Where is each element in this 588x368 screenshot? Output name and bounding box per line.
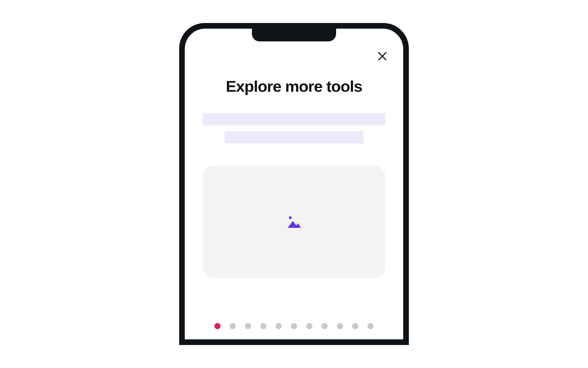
close-button[interactable] (375, 49, 389, 63)
pagination-dot[interactable] (306, 323, 312, 329)
pagination-dot[interactable] (260, 323, 266, 329)
phone-screen: Explore more tools (185, 29, 403, 339)
text-skeleton-line (203, 113, 385, 125)
image-icon (285, 213, 303, 231)
carousel-pagination (214, 323, 374, 329)
pagination-dot[interactable] (245, 323, 251, 329)
pagination-dot[interactable] (276, 323, 282, 329)
pagination-dot[interactable] (214, 323, 220, 329)
text-skeleton-line (225, 131, 363, 143)
pagination-dot[interactable] (230, 323, 236, 329)
pagination-dot[interactable] (337, 323, 343, 329)
svg-point-2 (289, 216, 292, 219)
phone-frame: Explore more tools (179, 23, 409, 345)
close-icon (377, 51, 387, 61)
pagination-dot[interactable] (368, 323, 374, 329)
page-title: Explore more tools (226, 77, 362, 95)
description-placeholder (203, 113, 385, 143)
pagination-dot[interactable] (291, 323, 297, 329)
pagination-dot[interactable] (322, 323, 328, 329)
image-placeholder-card (203, 166, 385, 278)
onboarding-content: Explore more tools (185, 29, 403, 278)
pagination-dot[interactable] (352, 323, 358, 329)
phone-notch (252, 29, 336, 41)
